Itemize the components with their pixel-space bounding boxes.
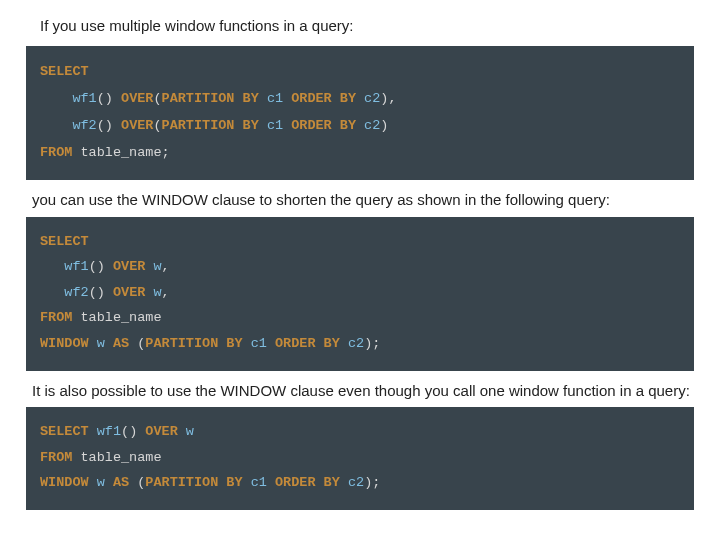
intro-para-1: If you use multiple window functions in … <box>40 16 692 36</box>
kw-over: OVER <box>121 91 153 106</box>
kw-partition-by: PARTITION BY <box>162 91 259 106</box>
kw-order-by: ORDER BY <box>275 336 340 351</box>
func-wf1: wf1 <box>97 424 121 439</box>
func-wf2: wf2 <box>64 285 88 300</box>
func-wf1: wf1 <box>72 91 96 106</box>
kw-select: SELECT <box>40 234 89 249</box>
kw-as: AS <box>113 336 129 351</box>
func-wf2: wf2 <box>72 118 96 133</box>
kw-partition-by: PARTITION BY <box>145 336 242 351</box>
kw-order-by: ORDER BY <box>291 91 356 106</box>
col-c1: c1 <box>251 475 267 490</box>
kw-over: OVER <box>113 285 145 300</box>
window-ref-w: w <box>186 424 194 439</box>
col-c1: c1 <box>251 336 267 351</box>
func-wf1: wf1 <box>64 259 88 274</box>
col-c2: c2 <box>348 336 364 351</box>
kw-over: OVER <box>145 424 177 439</box>
kw-order-by: ORDER BY <box>275 475 340 490</box>
code-block-2: SELECT wf1() OVER w, wf2() OVER w, FROM … <box>26 217 694 371</box>
table-name: table_name <box>81 310 162 325</box>
window-ref-w: w <box>153 259 161 274</box>
kw-select: SELECT <box>40 424 89 439</box>
window-def-w: w <box>97 336 105 351</box>
kw-order-by: ORDER BY <box>291 118 356 133</box>
col-c2: c2 <box>364 91 380 106</box>
kw-from: FROM <box>40 450 72 465</box>
table-name: table_name <box>81 450 162 465</box>
table-name: table_name <box>81 145 162 160</box>
code-block-1: SELECT wf1() OVER(PARTITION BY c1 ORDER … <box>26 46 694 180</box>
col-c1: c1 <box>267 118 283 133</box>
window-def-w: w <box>97 475 105 490</box>
kw-over: OVER <box>113 259 145 274</box>
kw-over: OVER <box>121 118 153 133</box>
kw-window: WINDOW <box>40 336 89 351</box>
kw-as: AS <box>113 475 129 490</box>
kw-from: FROM <box>40 145 72 160</box>
col-c2: c2 <box>364 118 380 133</box>
intro-para-3: It is also possible to use the WINDOW cl… <box>32 381 692 401</box>
kw-window: WINDOW <box>40 475 89 490</box>
kw-from: FROM <box>40 310 72 325</box>
col-c2: c2 <box>348 475 364 490</box>
kw-select: SELECT <box>40 64 89 79</box>
kw-partition-by: PARTITION BY <box>145 475 242 490</box>
intro-para-2: you can use the WINDOW clause to shorten… <box>32 190 692 210</box>
window-ref-w: w <box>153 285 161 300</box>
code-block-3: SELECT wf1() OVER w FROM table_name WIND… <box>26 407 694 510</box>
col-c1: c1 <box>267 91 283 106</box>
kw-partition-by: PARTITION BY <box>162 118 259 133</box>
